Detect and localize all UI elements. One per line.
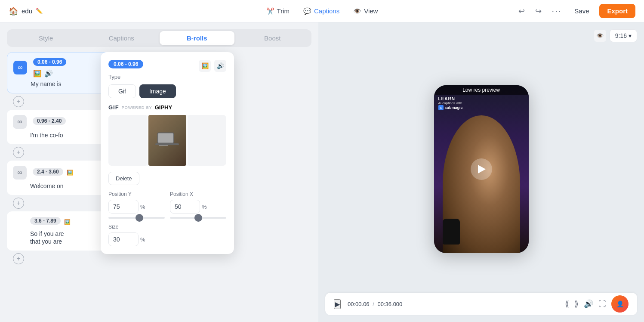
size-unit: % <box>140 236 145 243</box>
topbar-left: 🏠 edu ✏️ <box>9 6 516 16</box>
video-background: LEARN AI captions with S submagic <box>434 85 529 253</box>
add-segment-button-3[interactable]: + <box>13 198 24 209</box>
preview-eye-icon[interactable]: 👁️ <box>594 30 606 42</box>
infinity-toggle-inactive[interactable]: ∞ <box>13 166 27 180</box>
tab-captions[interactable]: Captions <box>84 31 159 45</box>
gif-cell-main[interactable] <box>148 115 187 166</box>
tab-style[interactable]: Style <box>9 31 83 45</box>
segment-text: My name is <box>31 80 62 87</box>
position-x-unit: % <box>202 204 207 210</box>
microphone-shape <box>443 219 460 245</box>
infinity-toggle-inactive[interactable]: ∞ <box>13 115 27 129</box>
ai-caption-label: AI captions with <box>438 101 463 105</box>
tab-brolls[interactable]: B-rolls <box>160 31 234 45</box>
position-y-slider[interactable] <box>108 217 165 219</box>
infinity-toggle-active[interactable]: ∞ <box>13 61 27 74</box>
size-label: Size <box>108 224 226 230</box>
delete-button[interactable]: Delete <box>108 172 139 185</box>
segment-text: So if you arethat you are <box>30 230 64 245</box>
topbar-center: ✂️ Trim 💬 Captions 👁️ View <box>266 7 378 15</box>
gif-cell-empty-left[interactable] <box>108 115 147 166</box>
position-y-group: Position Y % <box>108 191 165 219</box>
position-x-input-row: % <box>170 200 226 214</box>
image-media-icon[interactable]: 🖼️ <box>199 60 211 72</box>
position-x-label: Position X <box>170 191 226 197</box>
segment-media-icon-small: 🖼️ <box>64 219 71 225</box>
chevron-down-icon: ▾ <box>629 32 632 39</box>
gif-image <box>148 115 187 166</box>
view-button[interactable]: 👁️ View <box>353 7 378 15</box>
current-time: 00:00.06 / 00:36.000 <box>348 301 402 307</box>
edit-icon[interactable]: ✏️ <box>36 8 43 14</box>
right-top-bar: 👁️ 9:16 ▾ <box>325 29 637 42</box>
position-x-input[interactable] <box>170 200 200 214</box>
popup-media-icons: 🖼️ 🔊 <box>199 60 226 72</box>
bottom-controls: ⟪ ⟫ 🔊 ⛶ 👤 <box>565 295 629 313</box>
image-type-button[interactable]: Image <box>139 84 176 98</box>
topbar: 🏠 edu ✏️ ✂️ Trim 💬 Captions 👁️ View ↩ ↪ … <box>0 0 644 22</box>
user-avatar[interactable]: 👤 <box>611 295 629 313</box>
position-x-thumb[interactable] <box>194 214 202 222</box>
low-res-banner: Low res preview <box>434 85 529 95</box>
play-button-overlay[interactable] <box>471 158 492 180</box>
add-segment-button-4[interactable]: + <box>13 253 24 264</box>
content-area: ∞ 0.06 - 0.96 🖼️ 🔊 <box>7 52 311 315</box>
size-input-row: % <box>108 232 226 246</box>
home-icon[interactable]: 🏠 <box>9 6 18 16</box>
gif-cell-empty-right[interactable] <box>188 115 226 166</box>
tabs-row: Style Captions B-rolls Boost <box>7 29 311 47</box>
submagic-name: submagic <box>445 105 463 110</box>
submagic-logo-row: S submagic <box>438 105 463 110</box>
submagic-logo-box: S <box>438 105 444 110</box>
position-y-unit: % <box>140 204 145 210</box>
save-button[interactable]: Save <box>569 5 594 17</box>
gif-type-button[interactable]: Gif <box>108 84 136 98</box>
right-panel: 👁️ 9:16 ▾ Low res preview LEARN AI capti… <box>318 22 644 322</box>
powered-by-label: POWERED BY <box>122 105 152 110</box>
segment-time: 3.6 - 7.89 <box>30 217 61 225</box>
learn-label: LEARN <box>438 96 463 101</box>
tab-boost[interactable]: Boost <box>235 31 310 45</box>
segment-text: I'm the co-fo <box>30 132 63 139</box>
add-row-4: + <box>7 252 145 265</box>
topbar-right: ↩ ↪ ··· Save Export <box>516 4 635 18</box>
fast-forward-icon[interactable]: ⟫ <box>574 299 579 309</box>
svg-rect-2 <box>155 143 179 145</box>
add-segment-button-1[interactable]: + <box>13 96 24 107</box>
position-y-label: Position Y <box>108 191 165 197</box>
play-triangle-icon <box>478 165 486 173</box>
aspect-ratio-label: 9:16 <box>615 32 627 39</box>
size-group: Size % <box>108 224 226 246</box>
size-input[interactable] <box>108 232 139 246</box>
type-label: Type <box>108 74 226 80</box>
position-x-slider[interactable] <box>170 217 226 219</box>
export-button[interactable]: Export <box>599 4 635 18</box>
position-y-input[interactable] <box>108 200 139 214</box>
play-pause-button[interactable]: ▶ <box>334 299 341 309</box>
fullscreen-icon[interactable]: ⛶ <box>598 300 606 309</box>
position-y-thumb[interactable] <box>136 214 143 222</box>
giphy-logo: GIPHY <box>155 104 172 111</box>
broll-popup: 0.06 - 0.96 🖼️ 🔊 Type Gif Image GIF POWE… <box>101 52 234 254</box>
gif-grid <box>108 115 226 166</box>
phone-frame: Low res preview LEARN AI captions with S… <box>434 85 529 253</box>
rewind-icon[interactable]: ⟪ <box>565 299 569 309</box>
segment-media-icon: 🖼️ <box>33 69 42 77</box>
captions-button[interactable]: 💬 Captions <box>303 7 339 15</box>
trim-button[interactable]: ✂️ Trim <box>266 7 290 15</box>
segment-time: 2.4 - 3.60 <box>33 168 63 176</box>
submagic-badge: LEARN AI captions with S submagic <box>438 96 463 110</box>
add-segment-button-2[interactable]: + <box>13 147 24 158</box>
position-row: Position Y % Position X % <box>108 191 226 219</box>
position-y-input-row: % <box>108 200 165 214</box>
undo-button[interactable]: ↩ <box>516 5 527 18</box>
trim-icon: ✂️ <box>266 7 274 15</box>
audio-media-icon[interactable]: 🔊 <box>214 60 226 72</box>
more-options-button[interactable]: ··· <box>549 4 564 18</box>
playback-bar: ▶ 00:00.06 / 00:36.000 ⟪ ⟫ 🔊 ⛶ 👤 <box>325 293 637 315</box>
aspect-ratio-button[interactable]: 9:16 ▾ <box>610 29 637 42</box>
segment-text: Welcome on <box>30 183 64 189</box>
segment-time: 0.96 - 2.40 <box>33 117 66 125</box>
volume-icon[interactable]: 🔊 <box>584 299 593 309</box>
redo-button[interactable]: ↪ <box>533 5 544 18</box>
